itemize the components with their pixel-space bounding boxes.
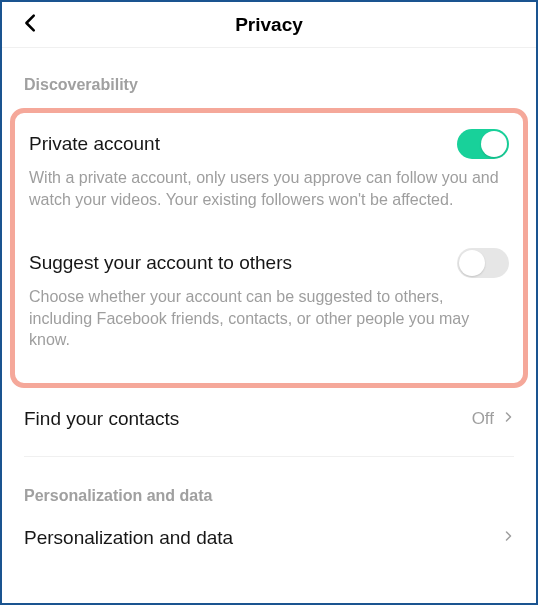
suggest-account-toggle[interactable]	[457, 248, 509, 278]
find-contacts-value: Off	[472, 409, 494, 429]
private-account-toggle[interactable]	[457, 129, 509, 159]
private-account-description: With a private account, only users you a…	[29, 167, 509, 210]
suggest-account-title: Suggest your account to others	[29, 252, 292, 274]
page-title: Privacy	[235, 14, 303, 36]
chevron-right-icon	[502, 408, 514, 430]
suggest-account-description: Choose whether your account can be sugge…	[29, 286, 509, 351]
setting-personalization-data[interactable]: Personalization and data	[2, 519, 536, 549]
highlight-box: Private account With a private account, …	[10, 108, 528, 388]
section-header-discoverability: Discoverability	[2, 48, 536, 108]
section-header-personalization: Personalization and data	[2, 457, 536, 519]
find-contacts-title: Find your contacts	[24, 408, 472, 430]
toggle-knob	[459, 250, 485, 276]
chevron-right-icon	[502, 527, 514, 549]
private-account-title: Private account	[29, 133, 160, 155]
back-icon[interactable]	[20, 12, 42, 38]
setting-private-account: Private account With a private account, …	[29, 125, 509, 224]
toggle-knob	[481, 131, 507, 157]
header-bar: Privacy	[2, 2, 536, 48]
setting-suggest-account: Suggest your account to others Choose wh…	[29, 224, 509, 365]
personalization-row-title: Personalization and data	[24, 527, 233, 549]
setting-find-contacts[interactable]: Find your contacts Off	[2, 388, 536, 450]
